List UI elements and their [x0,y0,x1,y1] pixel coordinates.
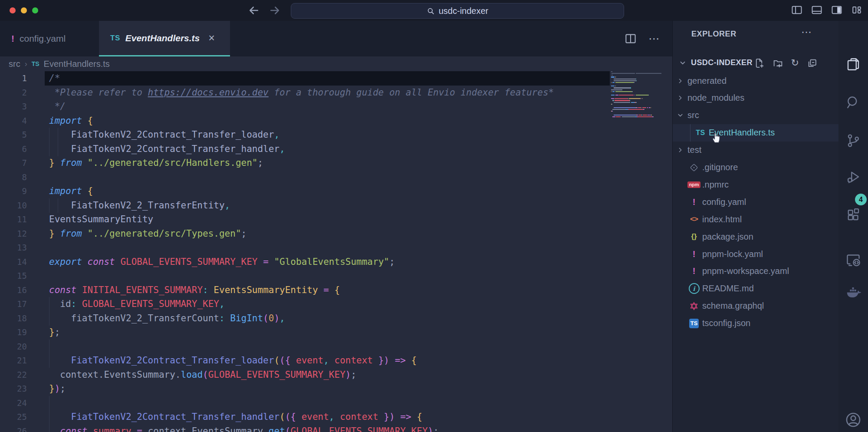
code-line-8[interactable]: 8 [0,170,672,185]
line-number[interactable]: 26 [0,424,27,432]
source-control-icon[interactable] [845,133,861,148]
code-editor[interactable]: 1/*2 *Please refer to https://docs.envio… [0,71,672,432]
code-line-5[interactable]: 5 FiatTokenV2_2Contract_Transfer_loader, [0,128,672,142]
line-number[interactable]: 22 [0,368,27,382]
line-number[interactable]: 16 [0,283,27,297]
toggle-secondary-sidebar-icon[interactable] [831,4,843,16]
tree-folder-generated[interactable]: generated [673,72,838,89]
code-line-19[interactable]: 19}; [0,325,672,340]
forward-arrow-icon[interactable] [268,4,281,17]
line-number[interactable]: 17 [0,297,27,311]
explorer-more-actions-icon[interactable]: ⋯ [801,26,812,38]
code-line-18[interactable]: 18 fiatTokenV2_2_TransferCount: BigInt(0… [0,311,672,326]
refresh-icon[interactable]: ↻ [791,58,799,69]
line-number[interactable]: 23 [0,382,27,396]
tab-config-yaml[interactable]: ! config.yaml [0,21,99,56]
line-number[interactable]: 9 [0,184,27,198]
line-number[interactable]: 21 [0,353,27,368]
tree-file-pnpm-workspace.yaml[interactable]: !pnpm-workspace.yaml [673,263,838,280]
code-line-13[interactable]: 13 [0,241,672,255]
editor-more-actions-icon[interactable]: ⋯ [648,32,661,46]
code-line-22[interactable]: 22 context.EventsSummary.load(GLOBAL_EVE… [0,368,672,382]
tree-folder-node_modules[interactable]: node_modules [673,89,838,107]
code-line-17[interactable]: 17 id: GLOBAL_EVENTS_SUMMARY_KEY, [0,297,672,311]
line-number[interactable]: 5 [0,128,27,142]
tree-file-package.json[interactable]: {}package.json [673,228,838,245]
code-line-14[interactable]: 14export const GLOBAL_EVENTS_SUMMARY_KEY… [0,255,672,269]
code-line-20[interactable]: 20 [0,340,672,354]
code-line-24[interactable]: 24 [0,396,672,410]
code-line-4[interactable]: 4import { [0,114,672,128]
code-line-15[interactable]: 15 [0,269,672,283]
code-line-9[interactable]: 9import { [0,184,672,198]
code-line-10[interactable]: 10 FiatTokenV2_2_TransferEntity, [0,198,672,213]
tree-file-.gitignore[interactable]: .gitignore [673,159,838,176]
line-number[interactable]: 6 [0,142,27,156]
code-line-7[interactable]: 7} from "../generated/src/Handlers.gen"; [0,156,672,170]
customize-layout-icon[interactable] [851,4,863,16]
new-file-icon[interactable] [754,58,765,69]
minimap[interactable] [611,71,661,120]
tree-file-config.yaml[interactable]: !config.yaml [673,193,838,211]
tree-file-README.md[interactable]: iREADME.md [673,280,838,297]
workspace-section-header[interactable]: USDC-INDEXER ↻ [673,55,838,72]
tree-folder-test[interactable]: test [673,142,838,159]
code-line-26[interactable]: 26 const summary = context.EventsSummary… [0,424,672,432]
toggle-primary-sidebar-icon[interactable] [791,4,803,16]
line-number[interactable]: 13 [0,241,27,255]
breadcrumb-file[interactable]: EventHandlers.ts [44,59,110,69]
code-line-25[interactable]: 25 FiatTokenV2_2Contract_Transfer_handle… [0,410,672,424]
code-line-11[interactable]: 11EventsSummaryEntity [0,212,672,227]
minimize-window-button[interactable] [21,7,27,13]
line-number[interactable]: 24 [0,396,27,410]
account-icon[interactable] [844,411,862,429]
line-number[interactable]: 18 [0,311,27,326]
line-number[interactable]: 4 [0,114,27,128]
code-line-1[interactable]: 1/* [0,71,672,86]
explorer-view-icon[interactable] [845,56,861,72]
line-number[interactable]: 12 [0,227,27,241]
code-line-21[interactable]: 21 FiatTokenV2_2Contract_Transfer_loader… [0,353,672,368]
new-folder-icon[interactable] [773,58,783,69]
command-center-search[interactable]: usdc-indexer [291,3,624,19]
code-line-2[interactable]: 2 *Please refer to https://docs.envio.de… [0,86,672,100]
line-number[interactable]: 1 [0,71,27,86]
split-editor-icon[interactable] [624,32,637,45]
tree-file-index.html[interactable]: <>index.html [673,211,838,228]
line-number[interactable]: 7 [0,156,27,170]
back-arrow-icon[interactable] [247,4,260,17]
tab-eventhandlers-ts[interactable]: TS EventHandlers.ts × [99,21,230,56]
code-line-23[interactable]: 23}); [0,382,672,396]
search-view-icon[interactable] [845,95,861,110]
line-number[interactable]: 19 [0,325,27,340]
code-line-16[interactable]: 16const INITIAL_EVENTS_SUMMARY: EventsSu… [0,283,672,297]
docker-icon[interactable] [845,284,861,300]
tree-file-EventHandlers.ts[interactable]: TSEventHandlers.ts [673,124,838,142]
code-line-3[interactable]: 3 */ [0,99,672,114]
tree-folder-src[interactable]: src [673,107,838,124]
breadcrumb-folder[interactable]: src [9,59,20,69]
code-line-12[interactable]: 12} from "../generated/src/Types.gen"; [0,227,672,241]
collapse-all-icon[interactable] [807,58,818,69]
toggle-panel-icon[interactable] [811,4,823,16]
line-number[interactable]: 8 [0,170,27,185]
tree-file-pnpm-lock.yaml[interactable]: !pnpm-lock.yaml [673,245,838,263]
line-number[interactable]: 20 [0,340,27,354]
line-number[interactable]: 25 [0,410,27,424]
close-window-button[interactable] [10,7,16,13]
code-line-6[interactable]: 6 FiatTokenV2_2Contract_Transfer_handler… [0,142,672,156]
tree-file-tsconfig.json[interactable]: TStsconfig.json [673,315,838,332]
maximize-window-button[interactable] [32,7,38,13]
line-number[interactable]: 11 [0,212,27,227]
extensions-view-icon[interactable] [845,207,861,222]
tree-file-.npmrc[interactable]: npm.npmrc [673,176,838,193]
line-number[interactable]: 3 [0,99,27,114]
line-number[interactable]: 14 [0,255,27,269]
line-number[interactable]: 10 [0,198,27,213]
run-debug-icon[interactable] [845,169,861,185]
line-number[interactable]: 15 [0,269,27,283]
remote-explorer-icon[interactable] [845,252,861,267]
tree-file-schema.graphql[interactable]: schema.graphql [673,297,838,315]
close-tab-icon[interactable]: × [208,32,215,44]
line-number[interactable]: 2 [0,86,27,100]
